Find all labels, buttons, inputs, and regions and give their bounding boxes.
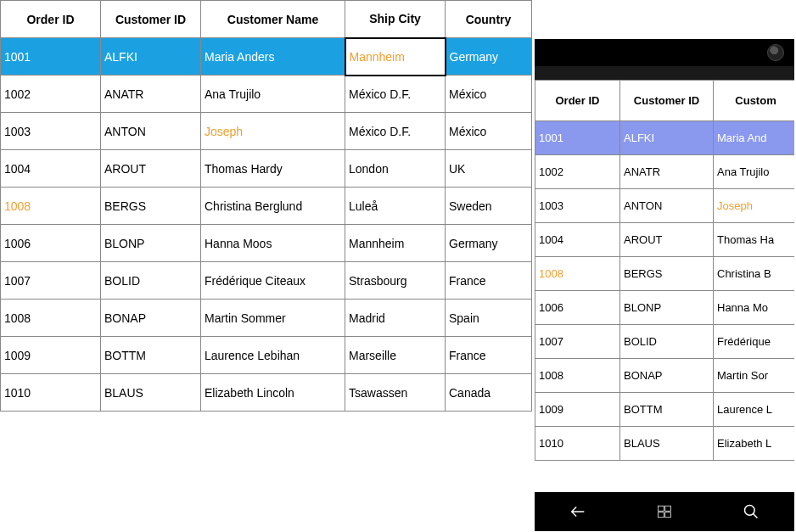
main-data-grid[interactable]: Order ID Customer ID Customer Name Ship …: [0, 0, 532, 412]
grid-cell[interactable]: BOTTM: [101, 337, 201, 374]
grid-cell[interactable]: Spain: [446, 300, 532, 337]
grid-cell[interactable]: AROUT: [620, 223, 714, 257]
grid-cell[interactable]: France: [446, 262, 532, 300]
grid-cell[interactable]: BERGS: [620, 257, 714, 291]
grid-cell[interactable]: ALFKI: [620, 121, 714, 155]
table-row[interactable]: 1008BONAPMartin Sor: [535, 359, 795, 393]
grid-cell[interactable]: BONAP: [620, 359, 714, 393]
grid-cell[interactable]: Laurence L: [714, 393, 795, 427]
table-row[interactable]: 1008BERGSChristina B: [535, 257, 795, 291]
table-row[interactable]: 1010BLAUSElizabeth LincolnTsawassenCanad…: [1, 374, 532, 412]
grid-cell[interactable]: France: [446, 337, 532, 374]
grid-cell[interactable]: 1009: [1, 337, 101, 374]
phone-data-grid[interactable]: Order ID Customer ID Custom 1001ALFKIMar…: [535, 80, 794, 461]
grid-cell[interactable]: ALFKI: [101, 38, 201, 76]
grid-cell[interactable]: BLAUS: [101, 374, 201, 412]
grid-cell[interactable]: Elizabeth L: [714, 427, 795, 461]
grid-cell[interactable]: 1009: [535, 393, 620, 427]
grid-cell[interactable]: México D.F.: [345, 113, 446, 150]
nav-home-button[interactable]: [639, 498, 690, 525]
grid-cell[interactable]: Martin Sor: [714, 359, 795, 393]
grid-cell[interactable]: ANATR: [101, 76, 201, 113]
grid-cell[interactable]: AROUT: [101, 150, 201, 188]
grid-cell[interactable]: Ana Trujilo: [201, 76, 345, 113]
grid-cell[interactable]: 1010: [535, 427, 620, 461]
main-header-country[interactable]: Country: [446, 1, 532, 38]
grid-cell[interactable]: Sweden: [446, 188, 532, 225]
grid-cell[interactable]: 1002: [535, 155, 620, 189]
table-row[interactable]: 1008BONAPMartin SommerMadridSpain: [1, 300, 532, 337]
grid-cell[interactable]: Maria And: [714, 121, 795, 155]
grid-cell[interactable]: México: [446, 76, 532, 113]
phone-content-area[interactable]: Order ID Customer ID Custom 1001ALFKIMar…: [535, 80, 794, 492]
main-header-order-id[interactable]: Order ID: [1, 1, 101, 38]
phone-header-customer-id[interactable]: Customer ID: [620, 81, 714, 121]
grid-cell[interactable]: Maria Anders: [201, 38, 345, 76]
table-row[interactable]: 1009BOTTMLaurence L: [535, 393, 795, 427]
grid-cell[interactable]: 1006: [1, 225, 101, 262]
table-row[interactable]: 1010BLAUSElizabeth L: [535, 427, 795, 461]
editing-cell[interactable]: Mannheim: [345, 38, 446, 76]
grid-cell[interactable]: 1004: [535, 223, 620, 257]
grid-cell[interactable]: Canada: [446, 374, 532, 412]
grid-cell[interactable]: 1008: [1, 300, 101, 337]
grid-cell[interactable]: Laurence Lebihan: [201, 337, 345, 374]
grid-cell[interactable]: Mannheim: [345, 225, 446, 262]
grid-cell[interactable]: 1002: [1, 76, 101, 113]
grid-cell[interactable]: BERGS: [101, 188, 201, 225]
grid-cell[interactable]: ANTON: [620, 189, 714, 223]
grid-cell[interactable]: Thomas Ha: [714, 223, 795, 257]
table-row[interactable]: 1007BOLIDFrédérique: [535, 325, 795, 359]
grid-cell[interactable]: ANATR: [620, 155, 714, 189]
grid-cell[interactable]: Joseph: [201, 113, 345, 150]
grid-cell[interactable]: México D.F.: [345, 76, 446, 113]
table-row[interactable]: 1001ALFKIMaria AndersMannheimGermany: [1, 38, 532, 76]
grid-cell[interactable]: Christina Berglund: [201, 188, 345, 225]
nav-back-button[interactable]: [552, 498, 603, 525]
grid-cell[interactable]: 1010: [1, 374, 101, 412]
grid-cell[interactable]: 1003: [1, 113, 101, 150]
table-row[interactable]: 1001ALFKIMaria And: [535, 121, 795, 155]
table-row[interactable]: 1007BOLIDFrédérique CiteauxStrasbourgFra…: [1, 262, 532, 300]
grid-cell[interactable]: 1001: [535, 121, 620, 155]
main-header-ship-city[interactable]: Ship City: [345, 1, 446, 38]
grid-cell[interactable]: 1008: [535, 359, 620, 393]
table-row[interactable]: 1008BERGSChristina BerglundLuleåSweden: [1, 188, 532, 225]
grid-cell[interactable]: Hanna Moos: [201, 225, 345, 262]
grid-cell[interactable]: Joseph: [714, 189, 795, 223]
grid-cell[interactable]: 1008: [1, 188, 101, 225]
grid-cell[interactable]: 1007: [1, 262, 101, 300]
table-row[interactable]: 1003ANTONJosephMéxico D.F.México: [1, 113, 532, 150]
grid-cell[interactable]: BLONP: [620, 291, 714, 325]
grid-cell[interactable]: Strasbourg: [345, 262, 446, 300]
grid-cell[interactable]: ANTON: [101, 113, 201, 150]
table-row[interactable]: 1002ANATRAna Trujilo: [535, 155, 795, 189]
grid-cell[interactable]: Tsawassen: [345, 374, 446, 412]
grid-cell[interactable]: BONAP: [101, 300, 201, 337]
table-row[interactable]: 1003ANTONJoseph: [535, 189, 795, 223]
grid-cell[interactable]: BOLID: [620, 325, 714, 359]
grid-cell[interactable]: 1001: [1, 38, 101, 76]
table-row[interactable]: 1006BLONPHanna MoosMannheimGermany: [1, 225, 532, 262]
table-row[interactable]: 1006BLONPHanna Mo: [535, 291, 795, 325]
grid-cell[interactable]: Thomas Hardy: [201, 150, 345, 188]
grid-cell[interactable]: BOLID: [101, 262, 201, 300]
grid-cell[interactable]: Germany: [446, 38, 532, 76]
phone-header-order-id[interactable]: Order ID: [535, 81, 620, 121]
phone-header-customer-name[interactable]: Custom: [714, 81, 795, 121]
grid-cell[interactable]: BLAUS: [620, 427, 714, 461]
grid-cell[interactable]: Marseille: [345, 337, 446, 374]
grid-cell[interactable]: Hanna Mo: [714, 291, 795, 325]
grid-cell[interactable]: Elizabeth Lincoln: [201, 374, 345, 412]
grid-cell[interactable]: 1008: [535, 257, 620, 291]
nav-search-button[interactable]: [726, 498, 776, 525]
grid-cell[interactable]: BOTTM: [620, 393, 714, 427]
grid-cell[interactable]: 1007: [535, 325, 620, 359]
grid-cell[interactable]: Madrid: [345, 300, 446, 337]
grid-cell[interactable]: 1006: [535, 291, 620, 325]
table-row[interactable]: 1004AROUTThomas HardyLondonUK: [1, 150, 532, 188]
grid-cell[interactable]: Ana Trujilo: [714, 155, 795, 189]
grid-cell[interactable]: Germany: [446, 225, 532, 262]
grid-cell[interactable]: Luleå: [345, 188, 446, 225]
main-header-customer-name[interactable]: Customer Name: [201, 1, 345, 38]
